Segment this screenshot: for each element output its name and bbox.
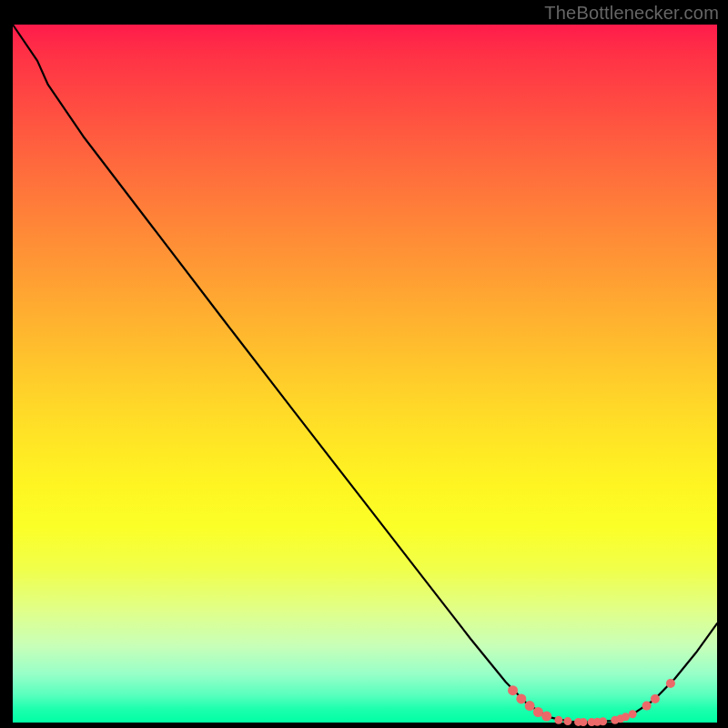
chart-gradient-background	[13, 25, 717, 723]
attribution-text: TheBottlenecker.com	[544, 3, 719, 24]
chart-frame: TheBottlenecker.com	[0, 0, 728, 728]
